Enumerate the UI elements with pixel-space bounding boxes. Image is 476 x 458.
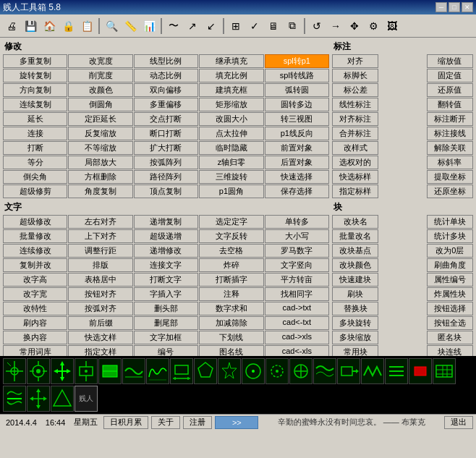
icon-pentagon[interactable] — [194, 358, 217, 384]
cell-连接[interactable]: 连接 — [3, 127, 67, 140]
icon-dotted-circle[interactable] — [265, 358, 289, 384]
cell-换内容[interactable]: 换内容 — [3, 331, 67, 344]
cell-后置对象[interactable]: 后置对象 — [265, 156, 329, 169]
cell-指定文样[interactable]: 指定文样 — [68, 345, 132, 356]
cell-不等缩放[interactable]: 不等缩放 — [68, 141, 132, 155]
cell-固定值[interactable]: 固定值 — [427, 69, 473, 82]
cell-文字竖向[interactable]: 文字竖向 — [265, 258, 329, 272]
icon-wave2[interactable] — [313, 358, 336, 384]
cell-还原值[interactable]: 还原值 — [427, 83, 473, 97]
cell-连续复制[interactable]: 连续复制 — [3, 98, 67, 111]
cell-文字反转[interactable]: 文字反转 — [199, 229, 263, 243]
cell-找相同字[interactable]: 找相同字 — [265, 287, 329, 301]
cell-改圆大小[interactable]: 改圆大小 — [199, 112, 263, 126]
icon-snap[interactable] — [75, 358, 98, 384]
cell-改字高[interactable]: 改字高 — [3, 273, 67, 287]
cell-刷曲角度[interactable]: 刷曲角度 — [427, 258, 473, 272]
cell-下划线[interactable]: 下划线 — [199, 331, 263, 344]
toolbar-monitor[interactable]: 🖥 — [265, 17, 282, 35]
cell-还原坐标[interactable]: 还原坐标 — [427, 185, 473, 198]
cell-解除关联[interactable]: 解除关联 — [427, 141, 473, 155]
cell-动态比例[interactable]: 动态比例 — [134, 69, 198, 82]
cell-填充比例[interactable]: 填充比例 — [199, 69, 263, 82]
cell-打断插字[interactable]: 打断插字 — [199, 273, 263, 287]
icon-arrow-cross[interactable] — [51, 358, 74, 384]
toolbar-search[interactable]: 🔍 — [103, 17, 120, 35]
cell-块连线[interactable]: 块连线 — [427, 345, 473, 356]
icon-red-square[interactable] — [409, 358, 432, 384]
close-button[interactable]: ✕ — [462, 2, 473, 12]
cell-批量改名[interactable]: 批量改名 — [332, 229, 378, 243]
cell-延长[interactable]: 延长 — [3, 112, 67, 126]
cell-超级递增[interactable]: 超级递增 — [134, 229, 198, 243]
cell-标注接线[interactable]: 标注接线 — [427, 127, 473, 140]
cell-对齐标注[interactable]: 对齐标注 — [332, 112, 378, 126]
toolbar-copy[interactable]: 📋 — [78, 17, 95, 35]
icon-crosshair[interactable] — [3, 358, 26, 384]
cell-路径阵列[interactable]: 路径阵列 — [134, 170, 198, 184]
toolbar-check[interactable]: ✓ — [246, 17, 263, 35]
cell-反复缩放[interactable]: 反复缩放 — [68, 127, 132, 140]
icon-arrows-out[interactable] — [27, 386, 50, 412]
icon-sine[interactable] — [146, 358, 169, 384]
cell-上下对齐[interactable]: 上下对齐 — [68, 229, 132, 243]
toolbar-import[interactable]: ↙ — [203, 17, 220, 35]
maximize-button[interactable]: □ — [449, 2, 460, 12]
toolbar-wave[interactable]: 〜 — [165, 17, 182, 35]
cell-倒尖角[interactable]: 倒尖角 — [3, 170, 67, 184]
cell-矩形缩放[interactable]: 矩形缩放 — [199, 98, 263, 111]
cell-指定标样[interactable]: 指定标样 — [332, 185, 378, 198]
cell-保存选择[interactable]: 保存选择 — [265, 185, 329, 198]
cell-合并标注[interactable]: 合并标注 — [332, 127, 378, 140]
cell-标斜率[interactable]: 标斜率 — [427, 156, 473, 169]
cell-按钮对齐[interactable]: 按钮对齐 — [68, 287, 132, 301]
cell-平方转亩[interactable]: 平方转亩 — [265, 273, 329, 287]
toolbar-rotate[interactable]: ↺ — [308, 17, 326, 35]
cell-多重偏移[interactable]: 多重偏移 — [134, 98, 198, 111]
icon-green-fill[interactable] — [98, 358, 122, 384]
cell-改块颜色[interactable]: 改块颜色 — [332, 258, 378, 272]
cell-转三视图[interactable]: 转三视图 — [265, 112, 329, 126]
cell-去空格[interactable]: 去空格 — [199, 244, 263, 258]
cell-扩大打断[interactable]: 扩大打断 — [134, 141, 198, 155]
cell-调整行距[interactable]: 调整行距 — [68, 244, 132, 258]
cell-改样式[interactable]: 改样式 — [332, 141, 378, 155]
btn-register[interactable]: 注册 — [183, 416, 212, 429]
status-scroll[interactable]: >> — [215, 416, 258, 429]
cell-加减筛除[interactable]: 加减筛除 — [199, 316, 263, 330]
cell-文字加框[interactable]: 文字加框 — [134, 331, 198, 344]
cell-p1圆角[interactable]: p1圆角 — [199, 185, 263, 198]
cell-数字求和[interactable]: 数字求和 — [199, 302, 263, 315]
icon-dimension[interactable] — [170, 358, 193, 384]
cell-临时隐藏[interactable]: 临时隐藏 — [199, 141, 263, 155]
cell-递增修改[interactable]: 递增修改 — [134, 244, 198, 258]
cell-大小写[interactable]: 大小写 — [265, 229, 329, 243]
toolbar-chart[interactable]: 📊 — [140, 17, 158, 35]
cell-弧转圆[interactable]: 弧转圆 — [265, 83, 329, 97]
cell-继承填充[interactable]: 继承填充 — [199, 54, 263, 68]
cell-局部放大[interactable]: 局部放大 — [68, 156, 132, 169]
cell-改颜色[interactable]: 改颜色 — [68, 83, 132, 97]
icon-grid-dots[interactable] — [433, 358, 456, 384]
icon-triangle-up[interactable] — [51, 386, 74, 412]
cell-缩放值[interactable]: 缩放值 — [427, 54, 473, 68]
cell-前后缀[interactable]: 前后缀 — [68, 316, 132, 330]
cell-替换块[interactable]: 替换块 — [332, 302, 378, 315]
cell-交点打断[interactable]: 交点打断 — [134, 112, 198, 126]
cell-快选标样[interactable]: 快选标样 — [332, 170, 378, 184]
toolbar-arrow[interactable]: → — [327, 17, 344, 35]
cell-多块旋转[interactable]: 多块旋转 — [332, 316, 378, 330]
cell-削宽度[interactable]: 削宽度 — [68, 69, 132, 82]
cell-删尾部[interactable]: 删尾部 — [134, 316, 198, 330]
toolbar-save[interactable]: 💾 — [22, 17, 39, 35]
cell-匿名块[interactable]: 匿名块 — [427, 331, 473, 344]
cell-炸碎[interactable]: 炸碎 — [199, 258, 263, 272]
cell-打断[interactable]: 打断 — [3, 141, 67, 155]
icon-target[interactable] — [27, 358, 50, 384]
icon-circle-dot[interactable] — [242, 358, 265, 384]
cell-连续修改[interactable]: 连续修改 — [3, 244, 67, 258]
cell-角度复制[interactable]: 角度复制 — [68, 185, 132, 198]
minimize-button[interactable]: ─ — [435, 2, 447, 12]
cell-cad-xls-in[interactable]: cad<-xls — [265, 345, 329, 356]
cell-统计单块[interactable]: 统计单块 — [427, 215, 473, 229]
